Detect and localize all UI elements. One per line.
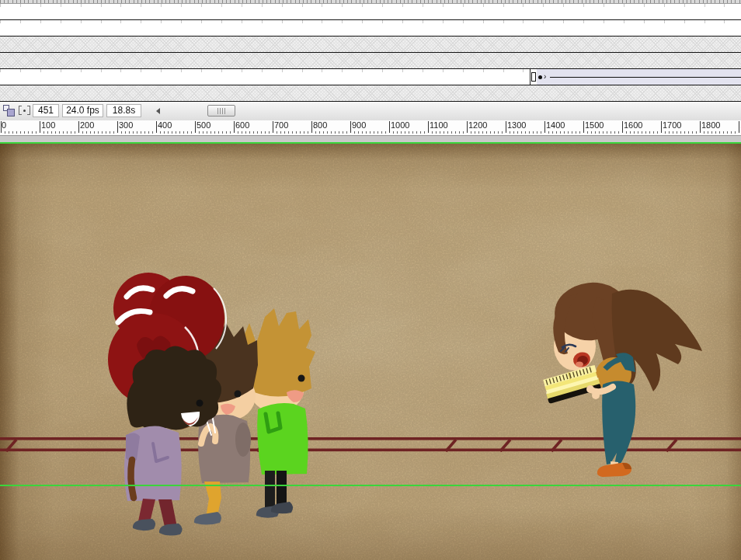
- ruler-minor-tick: [614, 131, 615, 134]
- ruler-minor-tick: [607, 131, 607, 134]
- icon-right-bracket: [27, 106, 30, 115]
- ruler-minor-tick: [548, 131, 549, 134]
- ruler-minor-tick: [354, 131, 355, 134]
- ruler-minor-tick: [412, 131, 413, 134]
- icon-left-bracket: [19, 106, 22, 115]
- ruler-label: 0: [2, 120, 6, 130]
- ruler-minor-tick: [323, 131, 324, 134]
- ruler-minor-tick: [269, 131, 270, 134]
- ruler-major-tick: [156, 121, 157, 133]
- tween-caret: ›: [544, 71, 546, 82]
- ruler-minor-tick: [125, 131, 126, 134]
- ruler-minor-tick: [179, 131, 180, 134]
- ruler-minor-tick: [385, 131, 386, 134]
- ruler-minor-tick: [696, 131, 697, 134]
- timeline-layer-row-3[interactable]: [0, 37, 741, 53]
- timeline-layer-row-1[interactable]: [0, 4, 741, 20]
- ruler-minor-tick: [513, 131, 514, 134]
- timeline-layer-row-5[interactable]: ›: [0, 69, 741, 85]
- ruler-minor-tick: [552, 131, 553, 134]
- ruler-minor-tick: [90, 131, 91, 134]
- ruler-minor-tick: [296, 131, 297, 134]
- ruler-minor-tick: [409, 131, 409, 134]
- ruler-minor-tick: [626, 131, 627, 134]
- ruler-minor-tick: [12, 131, 13, 134]
- ruler-major-tick: [506, 121, 506, 133]
- guide-line-1[interactable]: [0, 142, 741, 144]
- ruler-major-tick: [311, 121, 312, 133]
- ruler-label: 100: [41, 120, 55, 130]
- ruler-minor-tick: [253, 131, 254, 134]
- ruler-minor-tick: [579, 131, 580, 134]
- ruler-minor-tick: [405, 131, 405, 134]
- ruler-minor-tick: [71, 131, 71, 134]
- edit-multiple-frames-icon[interactable]: [2, 104, 16, 117]
- keyframe-dot[interactable]: [538, 75, 542, 79]
- ruler-minor-tick: [436, 131, 437, 134]
- scrollbar-left-arrow[interactable]: [156, 108, 160, 114]
- ruler-major-tick: [622, 121, 623, 133]
- ruler-minor-tick: [642, 131, 642, 134]
- ruler-major-tick: [195, 121, 196, 133]
- ruler-minor-tick: [113, 131, 114, 134]
- ruler-minor-tick: [498, 131, 499, 134]
- timeline-layer-row-4[interactable]: [0, 53, 741, 69]
- ruler-minor-tick: [59, 131, 60, 134]
- ruler-minor-tick: [238, 131, 238, 134]
- ruler-label: 1100: [430, 120, 448, 130]
- ruler-minor-tick: [280, 131, 281, 134]
- ruler-minor-tick: [630, 131, 631, 134]
- ruler-major-tick: [544, 121, 545, 133]
- ruler-major-tick: [40, 121, 40, 133]
- ruler-minor-tick: [374, 131, 374, 134]
- ruler-minor-tick: [370, 131, 370, 134]
- ruler-minor-tick: [397, 131, 398, 134]
- ruler-minor-tick: [723, 131, 724, 134]
- ruler-minor-tick: [680, 131, 681, 134]
- guide-line-2[interactable]: [0, 485, 741, 486]
- timeline-layer-row-2[interactable]: [0, 20, 741, 37]
- ruler-minor-tick: [327, 131, 328, 134]
- timeline-layer-row-6[interactable]: [0, 85, 741, 102]
- ruler-minor-tick: [28, 131, 29, 134]
- ruler-minor-tick: [94, 131, 95, 134]
- ruler-minor-tick: [67, 131, 68, 134]
- ruler-minor-tick: [187, 131, 188, 134]
- ruler-minor-tick: [490, 131, 491, 134]
- ruler-minor-tick: [339, 131, 339, 134]
- center-frame-icon[interactable]: [18, 104, 31, 117]
- dark-boy-shoe: [133, 519, 155, 530]
- ruler-minor-tick: [176, 131, 176, 134]
- motion-tween-span[interactable]: ›: [537, 69, 741, 85]
- ruler-minor-tick: [649, 131, 650, 134]
- scrollbar-grip: [217, 108, 225, 114]
- character-girl-reading[interactable]: [542, 279, 702, 477]
- ruler-minor-tick: [75, 131, 75, 134]
- ruler-major-tick: [350, 121, 351, 133]
- ruler-minor-tick: [688, 131, 689, 134]
- ruler-label: 300: [119, 120, 133, 130]
- ruler-minor-tick: [572, 131, 572, 134]
- current-frame-field[interactable]: 451: [33, 104, 59, 117]
- ruler-minor-tick: [595, 131, 596, 134]
- ruler-label: 1000: [391, 120, 409, 130]
- frame-rate-field[interactable]: 24.0 fps: [62, 104, 103, 117]
- ruler-minor-tick: [32, 131, 33, 134]
- span-end-marker[interactable]: [531, 72, 536, 82]
- girl-hand: [586, 385, 594, 393]
- ruler-minor-tick: [475, 131, 475, 134]
- ruler-minor-tick: [486, 131, 487, 134]
- ruler-label: 1500: [585, 120, 604, 130]
- ruler-label: 900: [352, 120, 366, 130]
- character-boy-blonde[interactable]: [240, 308, 315, 518]
- ruler-minor-tick: [346, 131, 347, 134]
- timeline-panel: ›: [0, 0, 741, 102]
- stage-horizontal-ruler[interactable]: 0100200300400500600700800900100011001200…: [0, 120, 741, 136]
- scrollbar-thumb[interactable]: [207, 105, 235, 117]
- ruler-minor-tick: [172, 131, 172, 134]
- ruler-minor-tick: [510, 131, 510, 134]
- stage-canvas[interactable]: [0, 143, 741, 560]
- elapsed-time-field[interactable]: 18.8s: [106, 104, 141, 117]
- ruler-minor-tick: [164, 131, 165, 134]
- ruler-major-tick: [273, 121, 273, 133]
